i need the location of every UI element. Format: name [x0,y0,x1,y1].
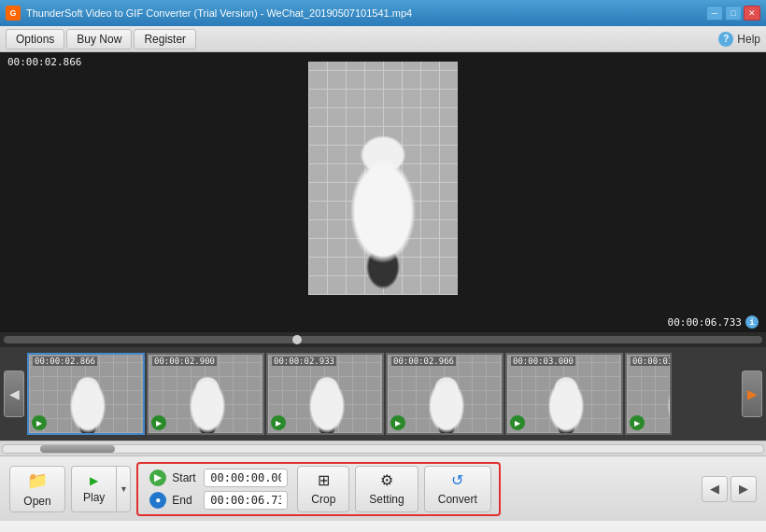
options-menu[interactable]: Options [6,29,64,49]
register-menu[interactable]: Register [134,29,196,49]
frame-time-4: 00:00:03.000 [511,357,575,366]
window-controls: ─ □ ✕ [706,6,760,21]
filmstrip-frame-4[interactable]: 00:00:03.000 ▶ [505,353,623,435]
end-label: End [172,494,198,507]
frame-time-2: 00:00:02.933 [272,357,336,366]
titlebar: G ThunderSoft Video to GIF Converter (Tr… [0,0,766,26]
nav-button-pair: ◀ ▶ [702,476,757,502]
frame-play-icon-1: ▶ [151,415,166,430]
info-icon[interactable]: i [745,315,759,329]
frame-time-1: 00:00:02.900 [152,357,217,366]
video-preview: 00:00:02.866 00:00:06.733 i [0,52,766,332]
open-label: Open [23,495,50,508]
start-label: Start [172,471,198,484]
window-title: ThunderSoft Video to GIF Converter (Tria… [26,7,706,19]
toolbar: 📁 Open ▶ Play ▼ ▶ Start ● End ⊞ C [0,455,766,521]
filmstrip-next-button[interactable]: ▶ [742,371,762,417]
start-row: ▶ Start [149,469,288,487]
end-row: ● End [149,491,288,510]
hscroll-thumb[interactable] [40,445,115,453]
filmstrip-prev-button[interactable]: ◀ [4,371,24,417]
convert-icon: ↺ [451,471,463,489]
frame-play-icon-0: ▶ [32,415,47,430]
help-label: Help [737,33,760,46]
crop-button[interactable]: ⊞ Crop [297,466,349,512]
open-button[interactable]: 📁 Open [9,466,65,512]
play-label: Play [83,491,105,504]
scrubber-bar [0,332,766,347]
filmstrip-area: ◀ 00:00:02.866 ▶ 00:00:02.900 ▶ 00:00:02… [0,347,766,441]
start-time-input[interactable] [204,469,288,487]
filmstrip-frame-5[interactable]: 00:00:03.1 ▶ [625,353,672,435]
filmstrip-frame-0[interactable]: 00:00:02.866 ▶ [27,353,145,435]
buynow-menu[interactable]: Buy Now [66,29,132,49]
video-frame [308,62,458,295]
help-menu[interactable]: ? Help [718,32,760,47]
prev-nav-button[interactable]: ◀ [702,476,728,502]
main-controls-group: ▶ Start ● End ⊞ Crop ⚙ Setting ↺ Convert [136,462,500,516]
duration-text: 00:00:06.733 [668,316,742,329]
frame-play-icon-5: ▶ [630,415,645,430]
frame-play-icon-4: ▶ [510,415,525,430]
filmstrip-scroll: 00:00:02.866 ▶ 00:00:02.900 ▶ 00:00:02.9… [27,353,739,435]
frame-time-3: 00:00:02.966 [391,357,456,366]
play-dropdown-arrow[interactable]: ▼ [116,466,131,512]
setting-button[interactable]: ⚙ Setting [355,466,418,512]
frame-time-0: 00:00:02.866 [33,357,97,366]
frame-time-5: 00:00:03.1 [631,357,672,366]
video-preview-area: 00:00:02.866 00:00:06.733 i [0,52,766,332]
video-image [308,62,458,295]
next-nav-button[interactable]: ▶ [731,476,757,502]
convert-label: Convert [438,493,477,506]
play-button-group: ▶ Play ▼ [71,466,131,512]
filmstrip-frame-1[interactable]: 00:00:02.900 ▶ [147,353,264,435]
frame-play-icon-3: ▶ [390,415,405,430]
crop-icon: ⊞ [318,471,330,489]
menubar: Options Buy Now Register ? Help [0,26,766,52]
play-button[interactable]: ▶ Play [71,466,116,512]
hscroll-track[interactable] [2,444,764,454]
end-icon: ● [149,492,166,509]
maximize-button[interactable]: □ [725,6,742,21]
convert-button[interactable]: ↺ Convert [424,466,491,512]
video-duration-display: 00:00:06.733 i [668,315,759,329]
close-button[interactable]: ✕ [744,6,760,21]
crop-label: Crop [311,493,335,506]
filmstrip-frame-2[interactable]: 00:00:02.933 ▶ [266,353,384,435]
app-icon: G [6,6,21,21]
end-time-input[interactable] [204,491,288,510]
scrubber-thumb[interactable] [292,335,302,344]
startend-panel: ▶ Start ● End [149,469,288,510]
play-icon: ▶ [90,474,98,487]
hscrollbar [0,441,766,455]
setting-icon: ⚙ [380,471,393,489]
frame-play-icon-2: ▶ [271,415,286,430]
video-timestamp: 00:00:02.866 [7,56,81,68]
open-icon: 📁 [27,470,48,491]
setting-label: Setting [369,493,404,506]
filmstrip-frame-3[interactable]: 00:00:02.966 ▶ [386,353,504,435]
scrubber-track[interactable] [4,336,762,343]
minimize-button[interactable]: ─ [706,6,723,21]
help-icon: ? [718,32,733,47]
start-icon: ▶ [149,469,166,486]
